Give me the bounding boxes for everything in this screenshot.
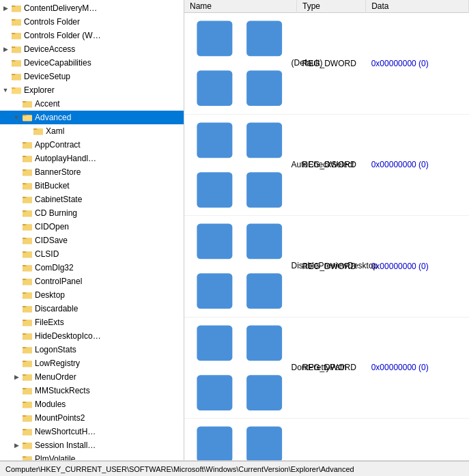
tree-label: DeviceSetup bbox=[24, 72, 70, 81]
table-row[interactable]: (Default)REG_DWORD0x00000000 (0) bbox=[184, 13, 469, 115]
tree-label: CIDSave bbox=[35, 236, 68, 245]
tree-label: BannerStore bbox=[35, 167, 81, 177]
tree-item-newshortcuth[interactable]: NewShortcutH… bbox=[0, 425, 184, 438]
tree-item-mmstuckrcts[interactable]: MMStuckRects bbox=[0, 384, 184, 397]
svg-rect-38 bbox=[246, 20, 282, 56]
tree-item-appcontract[interactable]: AppContract bbox=[0, 138, 184, 152]
folder-icon bbox=[11, 3, 22, 14]
folder-icon bbox=[22, 372, 33, 382]
tree-label: PlmVolatile bbox=[35, 454, 75, 460]
tree-item-logonstats[interactable]: LogonStats bbox=[0, 343, 184, 356]
tree-item-cdburning[interactable]: CD Burning bbox=[0, 206, 184, 220]
tree-item-cabinetstate[interactable]: CabinetState bbox=[0, 193, 184, 206]
tree-item-autoplayhandl[interactable]: AutoplayHandl… bbox=[0, 152, 184, 165]
col-name: Name bbox=[184, 0, 297, 13]
table-row[interactable]: AutoCheckSelectREG_DWORD0x00000000 (0) bbox=[184, 114, 469, 216]
folder-icon bbox=[22, 412, 33, 423]
folder-icon bbox=[22, 262, 33, 273]
tree-item-mountpoints2[interactable]: MountPoints2 bbox=[0, 411, 184, 425]
tree-item-advanced[interactable]: ▼ Advanced bbox=[0, 111, 184, 124]
tree-label: Session Install… bbox=[35, 440, 96, 450]
tree-label: LogonStats bbox=[35, 345, 76, 354]
tree-label: AutoplayHandl… bbox=[35, 154, 96, 163]
tree-item-contentdelivery[interactable]: ▶ ContentDeliveryM… bbox=[0, 1, 184, 15]
svg-rect-53 bbox=[197, 426, 232, 460]
svg-rect-54 bbox=[246, 426, 282, 460]
tree-label: AppContract bbox=[35, 140, 81, 150]
tree-label: Advanced bbox=[35, 113, 71, 122]
tree-item-controlsfolderw[interactable]: Controls Folder (W… bbox=[0, 29, 184, 42]
registry-panel[interactable]: Name Type Data (Default)REG_DWORD0x00000… bbox=[184, 0, 469, 460]
svg-rect-40 bbox=[246, 70, 282, 106]
tree-item-lowregistry[interactable]: LowRegistry bbox=[0, 356, 184, 370]
tree-item-menuorder[interactable]: ▶ MenuOrder bbox=[0, 370, 184, 384]
tree-item-desktop[interactable]: Desktop bbox=[0, 288, 184, 302]
tree-label: Xaml bbox=[46, 126, 64, 136]
folder-icon bbox=[22, 303, 33, 314]
tree-item-fileexts[interactable]: FileExts bbox=[0, 316, 184, 329]
tree-item-deviceaccess[interactable]: ▶ DeviceAccess bbox=[0, 42, 184, 56]
folder-icon bbox=[22, 194, 33, 205]
tree-item-plmvolatile[interactable]: PlmVolatile bbox=[0, 452, 184, 460]
folder-icon bbox=[11, 85, 22, 96]
folder-icon bbox=[22, 180, 33, 191]
folder-icon bbox=[22, 440, 33, 451]
tree-panel[interactable]: ▶ ContentDeliveryM… Controls Folder Cont… bbox=[0, 0, 184, 460]
tree-item-hidedesktopicons[interactable]: HideDesktopIco… bbox=[0, 329, 184, 343]
tree-item-explorer[interactable]: ▼ Explorer bbox=[0, 83, 184, 97]
tree-item-controlpanel[interactable]: ControlPanel bbox=[0, 275, 184, 288]
tree-label: BitBucket bbox=[35, 181, 70, 191]
tree-item-modules[interactable]: Modules bbox=[0, 397, 184, 411]
svg-rect-45 bbox=[197, 223, 232, 259]
table-row[interactable]: DontPrettyPathREG_DWORD0x00000000 (0) bbox=[184, 317, 469, 419]
status-bar: Computer\HKEY_CURRENT_USER\SOFTWARE\Micr… bbox=[0, 461, 469, 476]
tree-label: CIDOpen bbox=[35, 222, 69, 232]
reg-data-cell: 0x00000000 (0) bbox=[366, 13, 469, 115]
tree-label: Controls Folder (W… bbox=[24, 31, 101, 40]
tree-expander[interactable]: ▼ bbox=[11, 112, 22, 123]
tree-item-devicecapabilities[interactable]: DeviceCapabilities bbox=[0, 56, 184, 70]
main-container: ▶ ContentDeliveryM… Controls Folder Cont… bbox=[0, 0, 469, 461]
folder-icon bbox=[11, 16, 22, 27]
svg-rect-49 bbox=[197, 325, 232, 361]
tree-item-xaml[interactable]: Xaml bbox=[0, 124, 184, 138]
reg-type-cell: REG_DWORD bbox=[297, 419, 366, 460]
reg-name-cell: DontPrettyPath bbox=[184, 317, 297, 419]
tree-label: Desktop bbox=[35, 290, 65, 300]
tree-item-discardable[interactable]: Discardable bbox=[0, 302, 184, 316]
tree-label: MMStuckRects bbox=[35, 386, 90, 395]
tree-item-comdlg32[interactable]: ComDlg32 bbox=[0, 261, 184, 275]
folder-icon bbox=[22, 385, 33, 396]
col-data: Data bbox=[366, 0, 469, 13]
tree-item-controlsfolder[interactable]: Controls Folder bbox=[0, 15, 184, 29]
svg-rect-48 bbox=[246, 273, 282, 309]
tree-item-bannerstore[interactable]: BannerStore bbox=[0, 165, 184, 179]
tree-item-cidopen[interactable]: CIDOpen bbox=[0, 220, 184, 234]
col-type: Type bbox=[297, 0, 366, 13]
tree-expander[interactable]: ▶ bbox=[0, 44, 11, 55]
reg-name-cell: EnableStartMenu bbox=[184, 419, 297, 460]
table-row[interactable]: EnableStartMenuREG_DWORD0x00000001 (1) bbox=[184, 419, 469, 460]
tree-label: FileExts bbox=[35, 318, 64, 327]
tree-item-cidsave[interactable]: CIDSave bbox=[0, 234, 184, 247]
folder-icon bbox=[11, 57, 22, 68]
reg-data-cell: 0x00000000 (0) bbox=[366, 317, 469, 419]
folder-icon bbox=[11, 44, 22, 55]
tree-item-devicesetup[interactable]: DeviceSetup bbox=[0, 70, 184, 83]
tree-expander[interactable]: ▼ bbox=[0, 85, 11, 96]
folder-icon bbox=[22, 98, 33, 109]
tree-expander[interactable]: ▶ bbox=[11, 372, 22, 382]
tree-expander[interactable]: ▶ bbox=[11, 440, 22, 451]
tree-item-sessioninstall[interactable]: ▶ Session Install… bbox=[0, 438, 184, 452]
tree-item-accent[interactable]: Accent bbox=[0, 97, 184, 111]
tree-expander[interactable]: ▶ bbox=[0, 3, 11, 14]
folder-icon bbox=[22, 221, 33, 232]
svg-rect-46 bbox=[246, 223, 282, 259]
reg-data-cell: 0x00000000 (0) bbox=[366, 114, 469, 216]
tree-label: Explorer bbox=[24, 85, 55, 95]
tree-item-bitbucket[interactable]: BitBucket bbox=[0, 179, 184, 193]
tree-item-clsid[interactable]: CLSID bbox=[0, 247, 184, 261]
folder-icon bbox=[22, 139, 33, 150]
table-row[interactable]: DisablePreviewDesktopREG_DWORD0x00000000… bbox=[184, 216, 469, 318]
reg-name-cell: AutoCheckSelect bbox=[184, 114, 297, 216]
